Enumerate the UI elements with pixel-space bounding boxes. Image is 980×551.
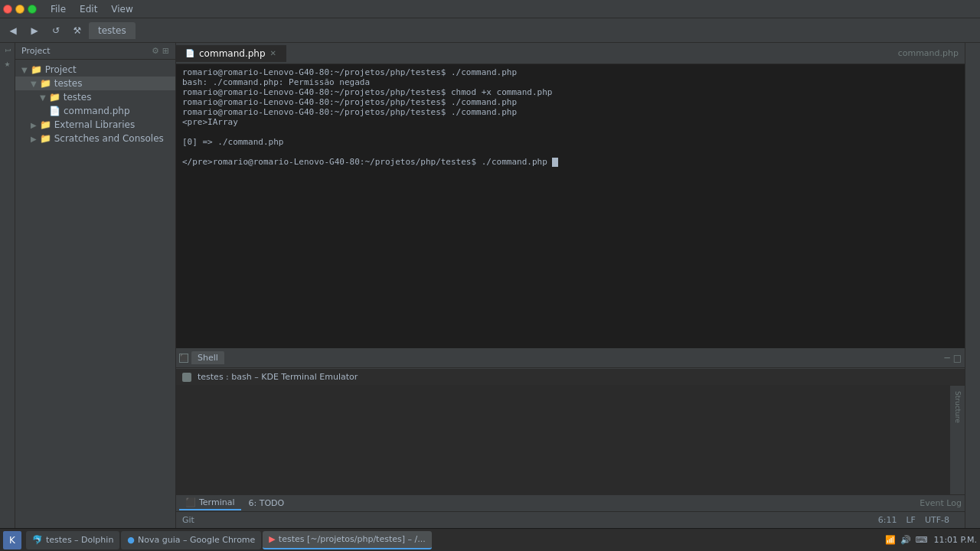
terminal-icon-small: ⬛ <box>185 497 196 507</box>
terminal-line-2: bash: ./command.php: Permissão negada <box>182 77 370 87</box>
minimize-button[interactable] <box>15 5 24 14</box>
status-lf[interactable]: LF <box>906 515 915 525</box>
terminal-line-10: </pre>romario@romario-Lenovo-G40-80:~/pr… <box>182 157 552 167</box>
menu-view[interactable]: View <box>105 2 139 16</box>
terminal-line-6: <pre>IArray <box>182 117 238 127</box>
event-log-label[interactable]: Event Log <box>920 498 962 508</box>
main-area: 1 ★ Project ⚙ ⊞ ▼ 📁 Project ▼ 📁 <box>0 43 980 528</box>
tree-item-testes-root[interactable]: ▼ 📁 testes <box>15 77 175 90</box>
terminal-minimize-icon[interactable]: ─ <box>944 353 949 364</box>
status-vcs[interactable]: Git <box>182 515 194 525</box>
toolbar-forward-btn[interactable]: ▶ <box>24 21 44 41</box>
tool-fav[interactable]: ★ <box>2 58 13 70</box>
tab-todo[interactable]: 6: TODO <box>243 497 291 510</box>
menu-edit[interactable]: Edit <box>74 2 103 16</box>
menu-file[interactable]: File <box>44 2 72 16</box>
toolbar-build-btn[interactable]: ⚒ <box>67 21 87 41</box>
terminal-tab-shell[interactable]: Shell <box>191 351 224 364</box>
terminal-section: romario@romario-Lenovo-G40-80:~/projetos… <box>176 64 965 386</box>
tree-item-label: testes <box>54 78 83 89</box>
terminal-cursor <box>552 158 558 167</box>
bottom-tab-terminal-label: Terminal <box>199 497 235 507</box>
status-line-col[interactable]: 6:11 <box>878 515 897 525</box>
folder-icon: 📁 <box>40 133 51 144</box>
bottom-panel-right: Event Log <box>920 498 962 508</box>
editor-right-area: command.php <box>892 45 965 61</box>
php-file-icon: 📄 <box>49 106 60 116</box>
window-controls <box>3 5 37 14</box>
editor-tab-command-php[interactable]: 📄 command.php ✕ <box>176 45 286 62</box>
status-bar: Git 6:11 LF UTF-8 <box>176 511 965 528</box>
chrome-label: Nova guia – Google Chrome <box>138 535 255 545</box>
taskbar-app-idea[interactable]: ▶ testes [~/projetos/php/testes] – /... <box>263 531 431 549</box>
terminal-content[interactable]: romario@romario-Lenovo-G40-80:~/projetos… <box>176 64 965 348</box>
terminal-status-bar: testes : bash – KDE Terminal Emulator <box>176 368 965 385</box>
left-tool-strip: 1 ★ <box>0 43 15 528</box>
maximize-button[interactable] <box>28 5 37 14</box>
tree-item-label: Project <box>45 64 77 75</box>
right-tool-strip: Structure <box>949 386 965 494</box>
taskbar-app-chrome[interactable]: ● Nova guia – Google Chrome <box>121 531 261 549</box>
tree-item-project[interactable]: ▼ 📁 Project <box>15 63 175 77</box>
chevron-right-icon: ▶ <box>31 135 37 143</box>
chevron-down-icon: ▼ <box>40 93 46 102</box>
terminal-line-5: romario@romario-Lenovo-G40-80:~/projetos… <box>182 107 517 117</box>
project-panel: Project ⚙ ⊞ ▼ 📁 Project ▼ 📁 testes <box>15 43 176 528</box>
panel-gear-icon[interactable]: ⚙ <box>152 46 159 56</box>
folder-icon: 📁 <box>40 119 51 130</box>
panel-header: Project ⚙ ⊞ <box>15 43 175 60</box>
panel-title: Project <box>21 46 51 56</box>
project-tab[interactable]: testes <box>89 22 136 39</box>
panel-header-icons: ⚙ ⊞ <box>152 46 169 56</box>
volume-icon[interactable]: 🔊 <box>900 535 911 545</box>
right-sidebar <box>965 43 980 528</box>
status-encoding[interactable]: UTF-8 <box>925 515 949 525</box>
bottom-panels-strip: ⬛ Terminal 6: TODO Event Log <box>176 494 965 511</box>
start-button[interactable]: K <box>3 531 21 549</box>
tree-item-command-php[interactable]: 📄 command.php <box>15 104 175 118</box>
structure-tool-icon[interactable]: Structure <box>952 389 963 425</box>
taskbar-app-dolphin[interactable]: 🐬 testes – Dolphin <box>26 531 119 549</box>
terminal-close-icon[interactable]: □ <box>953 353 962 364</box>
folder-icon: 📁 <box>40 78 51 89</box>
chrome-icon: ● <box>127 535 135 545</box>
idea-label: testes [~/projetos/php/testes] – /... <box>279 534 426 544</box>
terminal-line-3: romario@romario-Lenovo-G40-80:~/projetos… <box>182 87 552 97</box>
editor-area: 📄 command.php ✕ command.php romario@roma… <box>176 43 965 528</box>
terminal-line-4: romario@romario-Lenovo-G40-80:~/projetos… <box>182 97 517 107</box>
code-editor-area[interactable] <box>176 386 949 494</box>
bottom-tab-todo-label: 6: TODO <box>249 498 285 508</box>
editor-tabs: 📄 command.php ✕ command.php <box>176 43 965 64</box>
bottom-editor: Structure <box>176 386 965 494</box>
start-icon: K <box>9 535 15 546</box>
sys-tray: 📶 🔊 ⌨ <box>885 535 928 545</box>
clock-display[interactable]: 11:01 P.M. <box>933 535 977 545</box>
toolbar: ◀ ▶ ↺ ⚒ testes <box>0 18 980 43</box>
ide-container: File Edit View ◀ ▶ ↺ ⚒ testes 1 ★ Projec… <box>0 0 980 551</box>
idea-icon: ▶ <box>269 534 275 544</box>
panel-expand-icon[interactable]: ⊞ <box>162 46 169 56</box>
terminal-line-8: [0] => ./command.php <box>182 137 283 147</box>
keyboard-icon[interactable]: ⌨ <box>916 535 928 545</box>
tree-item-label: command.php <box>64 106 130 116</box>
tree-item-testes[interactable]: ▼ 📁 testes <box>15 90 175 104</box>
toolbar-back-btn[interactable]: ◀ <box>3 21 23 41</box>
tree-item-label: testes <box>64 92 92 103</box>
editor-split: romario@romario-Lenovo-G40-80:~/projetos… <box>176 64 965 494</box>
close-button[interactable] <box>3 5 12 14</box>
toolbar-refresh-btn[interactable]: ↺ <box>46 21 66 41</box>
tree-item-scratches[interactable]: ▶ 📁 Scratches and Consoles <box>15 132 175 145</box>
tool-project[interactable]: 1 <box>2 46 13 55</box>
tab-file-icon: 📄 <box>185 49 194 57</box>
folder-icon: 📁 <box>49 92 60 103</box>
tree-item-label: Scratches and Consoles <box>54 133 164 144</box>
tab-close-btn[interactable]: ✕ <box>270 49 276 57</box>
tree-item-external-libs[interactable]: ▶ 📁 External Libraries <box>15 118 175 132</box>
network-icon[interactable]: 📶 <box>885 535 896 545</box>
chevron-right-icon: ▶ <box>31 121 37 129</box>
terminal-icon: ⬛ <box>179 354 188 363</box>
tab-terminal[interactable]: ⬛ Terminal <box>179 496 241 510</box>
terminal-controls: ─ □ <box>944 353 962 364</box>
tab-label: command.php <box>199 48 266 59</box>
menu-bar: File Edit View <box>0 0 980 18</box>
